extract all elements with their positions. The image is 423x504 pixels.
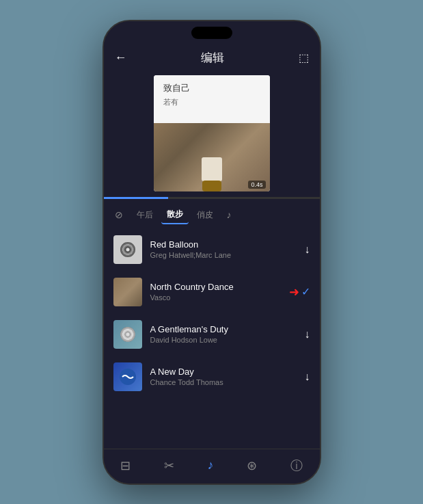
song-artist-gentlemans-duty: David Hodson Lowe [150,336,299,344]
tab-walk[interactable]: 散步 [161,206,189,224]
song-info-red-balloon: Red Balloon Greg Hatwell;Marc Lane [150,239,299,259]
tab-mute[interactable]: ⊘ [109,207,128,223]
timeline-progress [104,197,169,199]
song-title-a-new-day: A New Day [150,367,299,377]
camera-notch [191,27,232,39]
figure-shoes [202,181,221,191]
figure-pants [202,157,222,181]
song-item-north-country-dance[interactable]: North Country Dance Vasco ➜ ✓ [104,271,320,313]
thumbnail-text-overlay: 致自己 若有 [154,75,270,123]
song-info-north-country-dance: North Country Dance Vasco [150,282,296,302]
song-item-red-balloon[interactable]: Red Balloon Greg Hatwell;Marc Lane ↓ [104,228,320,271]
tab-afternoon[interactable]: 午后 [131,207,159,224]
tab-music-note[interactable]: ♪ [221,207,237,223]
song-artist-north-country-dance: Vasco [150,293,296,302]
song-info-gentlemans-duty: A Gentleman's Duty David Hodson Lowe [150,324,299,344]
thumbnail-subtitle: 若有 [163,97,260,107]
album-art-gentlemans-duty [113,320,142,349]
song-info-a-new-day: A New Day Chance Todd Thomas [150,367,299,386]
timeline-bar[interactable] [104,197,320,199]
song-item-gentlemans-duty[interactable]: A Gentleman's Duty David Hodson Lowe ↓ [104,313,320,356]
check-icon-north-country-dance: ✓ [301,285,310,298]
info-tool-button[interactable]: ⓘ [285,455,308,477]
video-thumbnail[interactable]: 致自己 若有 0.4s [154,75,270,191]
effects-tool-button[interactable]: ⊛ [241,455,262,476]
disc-icon [120,327,135,342]
phone-frame: ← 编辑 ⬚ 致自己 若有 0.4s ⊘ [103,20,321,485]
thumbnail-image: 0.4s [154,123,270,191]
vinyl-icon [120,242,135,257]
song-artist-red-balloon: Greg Hatwell;Marc Lane [150,251,299,259]
music-tool-button[interactable]: ♪ [202,455,219,475]
tab-naughty[interactable]: 俏皮 [191,207,219,224]
back-button[interactable]: ← [115,51,127,65]
album-art-a-new-day [113,362,142,391]
text-tool-button[interactable]: ⊟ [115,455,136,476]
song-title-red-balloon: Red Balloon [150,239,299,250]
song-artist-a-new-day: Chance Todd Thomas [150,378,299,386]
thumbnail-title: 致自己 [163,82,260,94]
phone-screen: ← 编辑 ⬚ 致自己 若有 0.4s ⊘ [104,21,320,483]
download-icon-gentlemans-duty[interactable]: ↓ [305,328,310,341]
category-tabs: ⊘ 午后 散步 俏皮 ♪ [104,202,320,228]
cut-tool-button[interactable]: ✂ [159,455,180,476]
song-item-a-new-day[interactable]: A New Day Chance Todd Thomas ↓ [104,356,320,398]
album-art-red-balloon [113,235,142,264]
bottom-toolbar: ⊟ ✂ ♪ ⊛ ⓘ [104,449,320,483]
blue-wave-icon [118,367,137,386]
song-title-gentlemans-duty: A Gentleman's Duty [150,324,299,334]
header: ← 编辑 ⬚ [104,46,320,70]
download-icon-red-balloon[interactable]: ↓ [305,243,310,256]
status-bar [104,21,320,46]
download-icon-a-new-day[interactable]: ↓ [305,371,310,383]
song-list: Red Balloon Greg Hatwell;Marc Lane ↓ Nor… [104,228,320,449]
page-title: 编辑 [201,50,224,66]
album-art-north-country-dance [113,278,142,306]
earth-art [113,278,142,306]
timestamp-badge: 0.4s [248,181,265,189]
save-button[interactable]: ⬚ [299,51,309,64]
song-title-north-country-dance: North Country Dance [150,282,296,292]
thumbnail-area: 致自己 若有 0.4s [104,70,320,194]
